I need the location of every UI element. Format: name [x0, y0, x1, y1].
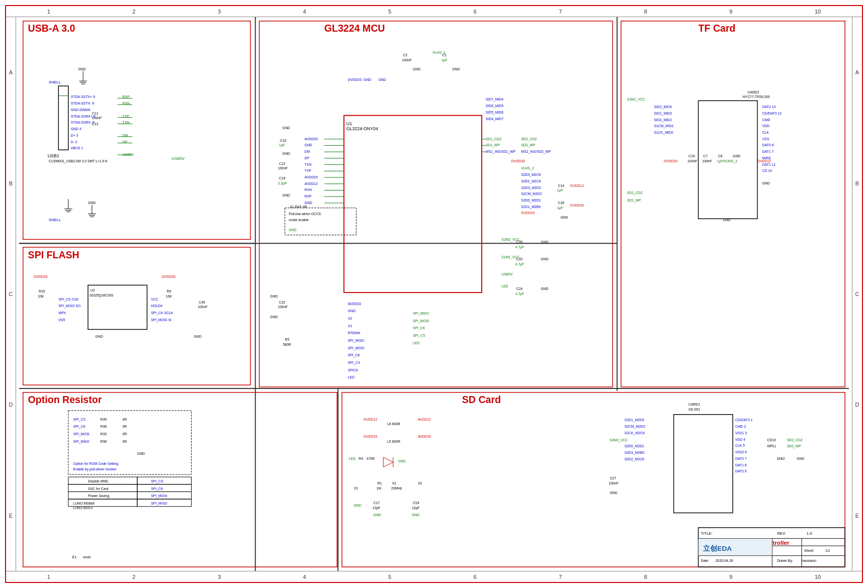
- svg-text:GND: GND: [452, 67, 460, 71]
- svg-text:SD2_CDZ: SD2_CDZ: [521, 137, 537, 141]
- svg-text:100nF: 100nF: [402, 58, 411, 62]
- svg-text:AVDD12: AVDD12: [305, 182, 318, 185]
- svg-text:LED: LED: [501, 284, 508, 288]
- svg-text:SPI_MOSI: SPI_MOSI: [413, 319, 429, 323]
- svg-text:D+ 3: D+ 3: [71, 134, 78, 137]
- svg-text:C11: C11: [92, 112, 99, 115]
- svg-text:S2D3_M2CK: S2D3_M2CK: [521, 173, 541, 177]
- svg-text:GND: GND: [374, 513, 381, 517]
- svg-text:CLK      5: CLK 5: [735, 444, 745, 447]
- svg-text:DAT1  11: DAT1 11: [762, 163, 776, 166]
- svg-text:Sheet:: Sheet:: [804, 549, 814, 552]
- svg-text:12pF: 12pF: [373, 506, 381, 510]
- svg-text:1.0: 1.0: [807, 531, 813, 536]
- svg-text:C18: C18: [413, 501, 419, 505]
- svg-text:GND: GND: [610, 491, 617, 495]
- svg-text:VSS2     6: VSS2 6: [735, 450, 747, 454]
- svg-text:GL3224-ONY04: GL3224-ONY04: [346, 126, 378, 131]
- svg-text:RXN: RXN: [305, 188, 312, 191]
- svg-text:LED: LED: [348, 375, 355, 379]
- svg-text:2020-04-26: 2020-04-26: [716, 559, 733, 562]
- svg-text:Enable by pull-down resistor: Enable by pull-down resistor: [73, 467, 117, 471]
- svg-text:AVDD33: AVDD33: [348, 302, 361, 306]
- svg-rect-236: [137, 484, 192, 492]
- svg-text:DVDD12: DVDD12: [570, 184, 584, 187]
- svg-text:GND: GND: [289, 228, 296, 232]
- svg-text:DVDD33: DVDD33: [521, 211, 535, 215]
- svg-text:U1: U1: [346, 121, 352, 126]
- svg-text:1μF: 1μF: [557, 188, 563, 192]
- svg-text:GND: GND: [305, 143, 312, 147]
- svg-rect-43: [344, 116, 482, 292]
- svg-text:100nF: 100nF: [687, 159, 697, 163]
- svg-text:Pull-low when OCCS: Pull-low when OCCS: [289, 212, 321, 216]
- svg-text:GND: GND: [364, 78, 371, 81]
- svg-text:2.2μF: 2.2μF: [278, 181, 287, 185]
- svg-text:VCC: VCC: [151, 298, 158, 301]
- svg-text:TXN: TXN: [305, 163, 312, 166]
- svg-text:C19: C19: [688, 154, 695, 158]
- svg-text:SID1_MID3: SID1_MID3: [654, 112, 672, 116]
- svg-text:SD1_CDZ: SD1_CDZ: [627, 191, 643, 195]
- svg-text:CU3M002_USB2.0M 3.0 SMT L=1.9 : CU3M002_USB2.0M 3.0 SMT L=1.9 K: [49, 159, 108, 163]
- svg-text:CD/DAT3 12: CD/DAT3 12: [762, 112, 782, 115]
- svg-text:0R: 0R: [122, 432, 127, 436]
- svg-text:SPI_CK  SCLK: SPI_CK SCLK: [151, 311, 173, 315]
- svg-text:GND: GND: [78, 67, 85, 71]
- svg-text:VDD      4: VDD 4: [735, 438, 745, 441]
- svg-text:USB5V: USB5V: [171, 156, 185, 161]
- svg-text:SD1_WP: SD1_WP: [627, 199, 642, 203]
- svg-text:CD   10: CD 10: [762, 169, 772, 172]
- svg-text:SPI_CK: SPI_CK: [73, 425, 86, 429]
- grid-letters-left: A B C D E: [6, 17, 16, 571]
- svg-text:GND: GND: [283, 193, 290, 197]
- svg-rect-197: [88, 285, 147, 329]
- svg-text:S2D3_M2D3: S2D3_M2D3: [521, 186, 541, 190]
- svg-text:R10: R10: [39, 289, 45, 293]
- svg-text:U2: U2: [91, 288, 95, 292]
- svg-text:1μF: 1μF: [279, 143, 285, 147]
- svg-text:AVDD33: AVDD33: [305, 137, 318, 141]
- svg-text:GND: GND: [305, 201, 312, 205]
- svg-text:X2: X2: [418, 481, 422, 485]
- svg-text:SPI_CS: SPI_CS: [73, 418, 86, 422]
- svg-text:DVDD33: DVDD33: [511, 159, 525, 163]
- svg-text:R35: R35: [100, 418, 107, 421]
- svg-text:C8: C8: [718, 154, 723, 158]
- svg-text:SPI_CS: SPI_CS: [413, 334, 425, 338]
- svg-text:4.7μF: 4.7μF: [515, 245, 524, 249]
- svg-rect-278: [674, 415, 733, 513]
- svg-text:L5  600R: L5 600R: [387, 440, 400, 443]
- svg-text:1μF: 1μF: [717, 159, 723, 163]
- svg-text:1μF: 1μF: [442, 58, 448, 62]
- svg-text:Power Saving: Power Saving: [88, 494, 109, 498]
- svg-text:mode enable: mode enable: [289, 218, 309, 222]
- svg-text:GND: GND: [541, 240, 548, 244]
- svg-text:X1  R43: X1 R43: [290, 205, 301, 209]
- svg-rect-192: [23, 247, 250, 385]
- svg-text:C2: C2: [403, 53, 407, 57]
- svg-text:R36: R36: [100, 425, 107, 428]
- svg-text:S2CK_M2CK: S2CK_M2CK: [625, 431, 645, 435]
- svg-text:TXP: TXP: [305, 169, 312, 172]
- svg-text:MS1_INS/SD1_WP: MS1_INS/SD1_WP: [486, 150, 516, 154]
- svg-text:DVDD33: DVDD33: [664, 159, 677, 163]
- svg-text:GND: GND: [797, 457, 804, 460]
- svg-text:DAT0     7: DAT0 7: [735, 457, 747, 460]
- svg-text:VLHS_1: VLHS_1: [432, 51, 446, 55]
- svg-text:GND: GND: [541, 257, 548, 261]
- svg-text:X1: X1: [392, 481, 397, 485]
- svg-text:DP: DP: [305, 156, 310, 160]
- svg-text:S2D2_M2CK: S2D2_M2CK: [521, 179, 541, 183]
- svg-marker-260: [383, 457, 393, 467]
- svg-text:SPI_MISO: SPI_MISO: [413, 312, 429, 316]
- svg-text:DVDD12: DVDD12: [364, 418, 377, 421]
- svg-text:GND: GND: [348, 309, 356, 313]
- svg-text:SPI_CS: SPI_CS: [151, 479, 163, 483]
- svg-text:C12: C12: [279, 162, 286, 165]
- svg-text:SD1_CDZ: SD1_CDZ: [486, 137, 501, 141]
- svg-text:C45: C45: [199, 301, 205, 304]
- svg-text:S2D3_M2BS: S2D3_M2BS: [625, 451, 645, 455]
- svg-rect-214: [23, 393, 337, 567]
- svg-text:CD/DAT3  1: CD/DAT3 1: [735, 418, 753, 422]
